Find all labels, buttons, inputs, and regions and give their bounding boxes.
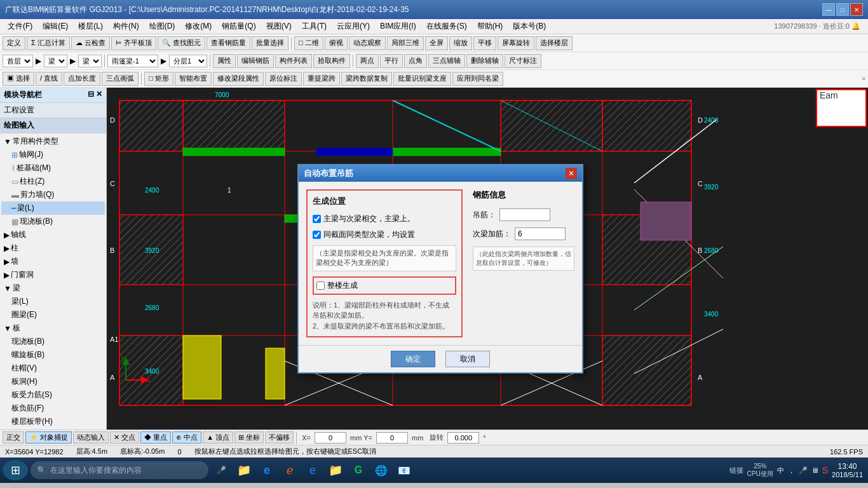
tb-auto-place[interactable]: 智能布置 [175, 72, 212, 86]
menu-component[interactable]: 构件(N) [108, 20, 144, 33]
taskbar-g[interactable]: G [348, 460, 369, 480]
snap-midpoint[interactable]: ◆ 重点 [140, 431, 171, 444]
tb-3pt-arc[interactable]: 三点画弧 [102, 72, 139, 86]
start-button[interactable]: ⊞ [3, 460, 28, 480]
lang-zh[interactable]: 中 [777, 466, 784, 475]
tree-slab-rebar[interactable]: 板受力筋(S) [1, 388, 105, 402]
checkbox-main-beam[interactable] [313, 215, 321, 223]
tb-level-top[interactable]: ⊨ 齐平板顶 [111, 36, 156, 50]
taskbar-edge2[interactable]: ℯ [280, 460, 300, 480]
tb-calc[interactable]: Σ 汇总计算 [27, 36, 70, 50]
tree-axis-section[interactable]: ▶ 轴线 [1, 228, 105, 241]
tb-select[interactable]: ▣ 选择 [3, 72, 34, 86]
tree-slab-hole[interactable]: 板洞(H) [1, 375, 105, 388]
tb-fullscreen[interactable]: 全屏 [425, 36, 448, 50]
checkbox-whole-building[interactable] [316, 281, 325, 290]
menu-help[interactable]: 帮助(H) [472, 20, 508, 33]
dialog-close-button[interactable]: ✕ [566, 168, 577, 179]
taskbar-edge3[interactable]: e [302, 460, 323, 480]
tb-find-elem[interactable]: 🔍 查找图元 [158, 36, 205, 50]
beam-select[interactable]: 梁 [78, 55, 102, 67]
canvas-area[interactable]: 7000 2400 3920 2680 3400 D C B A1 A D C … [107, 88, 868, 430]
taskbar-search[interactable]: 🔍 在这里输入你要搜索的内容 [31, 461, 208, 479]
menu-tools[interactable]: 工具(T) [297, 20, 332, 33]
layer-select[interactable]: 分层1 [169, 55, 207, 67]
maximize-button[interactable]: □ [836, 3, 849, 16]
tb-cloud-check[interactable]: ☁ 云检查 [71, 36, 110, 50]
section-engineering[interactable]: 工程设置 [0, 103, 106, 118]
tree-spiral-slab[interactable]: 螺旋板(B) [1, 348, 105, 362]
tb-2d[interactable]: □ 二维 [294, 36, 323, 50]
tree-beam-section[interactable]: ▼ 梁 [1, 281, 105, 295]
tb-define[interactable]: 定义 [3, 36, 25, 50]
menu-floor[interactable]: 楼层(L) [73, 20, 108, 33]
nav-panel-controls[interactable]: ⊟ ✕ [88, 90, 102, 100]
tree-slab-band[interactable]: 楼层板带(H) [1, 415, 105, 428]
menu-draw[interactable]: 绘图(D) [144, 20, 180, 33]
tb-zoom[interactable]: 缩放 [449, 36, 472, 50]
taskbar-folder[interactable]: 📁 [325, 460, 346, 480]
tb-view-rebar[interactable]: 查看钢筋量 [207, 36, 250, 50]
ime-monitor[interactable]: 🖥 [811, 466, 818, 474]
taskbar-cortana[interactable]: 🎤 [211, 460, 231, 480]
tb-pan[interactable]: 平移 [473, 36, 496, 50]
y-input[interactable] [376, 432, 408, 444]
menu-file[interactable]: 文件(F) [3, 20, 37, 33]
cancel-button[interactable]: 取消 [445, 351, 490, 367]
taskbar-globe[interactable]: 🌐 [371, 460, 391, 480]
tb-rect[interactable]: □ 矩形 [144, 72, 173, 86]
x-input[interactable] [315, 432, 346, 444]
tb-line[interactable]: / 直线 [36, 72, 62, 86]
tree-common-types[interactable]: ▼ 常用构件类型 [1, 135, 105, 148]
tree-slab[interactable]: ▦ 现浇板(B) [1, 215, 105, 228]
rotate-input[interactable] [447, 432, 479, 444]
menu-bim[interactable]: BIM应用(I) [375, 20, 421, 33]
tb-property[interactable]: 属性 [213, 54, 236, 68]
tree-beam-l[interactable]: 梁(L) [1, 295, 105, 308]
tree-pile[interactable]: ⌇ 桩基础(M) [1, 161, 105, 175]
tb-batch-select[interactable]: 批量选择 [252, 36, 288, 50]
sgd-icon[interactable]: S [822, 465, 828, 475]
tree-col-cap[interactable]: 柱帽(V) [1, 362, 105, 375]
secondary-rebar-input[interactable] [515, 227, 566, 240]
floor-select[interactable]: 首层 [3, 55, 33, 67]
ime-mic[interactable]: 🎤 [799, 466, 808, 475]
snap-center[interactable]: ⊕ 中点 [172, 431, 201, 444]
tb-dynamic[interactable]: 动态观察 [349, 36, 386, 50]
hanger-rebar-input[interactable] [499, 208, 550, 221]
section-drawing[interactable]: 绘图输入 [0, 118, 106, 133]
tb-aux-axis[interactable]: 三点辅轴 [428, 54, 465, 68]
snap-coord[interactable]: ⊞ 坐标 [234, 431, 264, 444]
taskbar-edge1[interactable]: e [257, 460, 277, 480]
tree-slab-section[interactable]: ▼ 板 [1, 322, 105, 335]
beam-type-select[interactable]: 雨篷梁-1 [107, 55, 158, 67]
type-select[interactable]: 梁 [44, 55, 67, 67]
snap-vertex[interactable]: ▲ 顶点 [203, 431, 233, 444]
tree-beam[interactable]: ━ 梁(L) [1, 201, 105, 215]
ime-punct[interactable]: ， [788, 466, 795, 475]
snap-orthogonal[interactable]: 正交 [3, 431, 24, 444]
close-button[interactable]: ✕ [850, 3, 863, 16]
tb-copy-span[interactable]: 梁跨数据复制 [341, 72, 392, 86]
tree-col-section[interactable]: ▶ 柱 [1, 241, 105, 255]
tree-cast-slab[interactable]: 现浇板(B) [1, 335, 105, 348]
tb-batch-ident[interactable]: 批量识别梁支座 [393, 72, 451, 86]
tb-rotate[interactable]: 屏幕旋转 [498, 36, 534, 50]
tree-neg-rebar[interactable]: 板负筋(F) [1, 402, 105, 415]
tb-top-view[interactable]: 俯视 [325, 36, 348, 50]
tb-select-floor[interactable]: 选择楼层 [536, 36, 573, 50]
tree-column[interactable]: ▭ 柱柱(Z) [1, 175, 105, 188]
tb-point-angle[interactable]: 点角 [404, 54, 427, 68]
tree-door-section[interactable]: ▶ 门窗洞 [1, 268, 105, 281]
tree-shearwall[interactable]: ▬ 剪力墙(Q) [1, 188, 105, 201]
tb-modify-seg[interactable]: 修改梁段属性 [213, 72, 264, 86]
tree-axis[interactable]: ⊞ 轴网(J) [1, 148, 105, 161]
snap-no-offset[interactable]: 不偏移 [265, 431, 294, 444]
tb-two-point[interactable]: 两点 [356, 54, 379, 68]
tree-ringbeam[interactable]: 圈梁(E) [1, 308, 105, 322]
tb-re-span[interactable]: 重提梁跨 [303, 72, 340, 86]
snap-object[interactable]: ⚡ 对象捕捉 [25, 431, 72, 444]
tb-del-aux[interactable]: 删除辅轴 [466, 54, 503, 68]
menu-cloud[interactable]: 云应用(Y) [332, 20, 375, 33]
menu-view[interactable]: 视图(V) [261, 20, 297, 33]
